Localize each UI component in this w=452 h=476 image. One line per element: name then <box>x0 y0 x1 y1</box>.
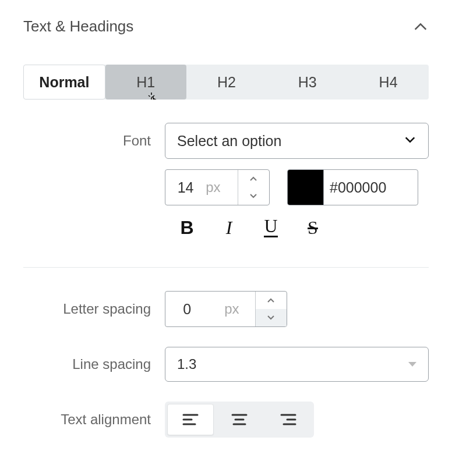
letter-spacing-decrease[interactable] <box>256 309 287 326</box>
line-spacing-row: Line spacing 1.3 <box>23 347 429 382</box>
text-headings-panel: Text & Headings Normal H1 H2 H3 H4 Font … <box>0 0 452 471</box>
font-size-decrease[interactable] <box>238 187 269 205</box>
font-size-color-row: 14 px #000000 <box>23 169 429 205</box>
text-alignment-label: Text alignment <box>23 411 165 428</box>
line-spacing-value: 1.3 <box>177 356 196 372</box>
color-hex-value[interactable]: #000000 <box>324 170 418 205</box>
align-left-button[interactable] <box>167 404 214 435</box>
letter-spacing-row: Letter spacing 0 px <box>23 291 429 327</box>
italic-button[interactable]: I <box>218 217 239 238</box>
font-select-placeholder: Select an option <box>177 133 281 150</box>
letter-spacing-value[interactable]: 0 <box>165 292 209 326</box>
line-spacing-label: Line spacing <box>23 356 165 372</box>
tab-h1[interactable]: H1 <box>105 65 186 100</box>
triangle-down-icon <box>408 362 416 367</box>
font-size-increase[interactable] <box>238 170 269 187</box>
font-size-value[interactable]: 14 <box>165 170 206 205</box>
underline-button[interactable]: U <box>260 217 281 238</box>
font-size-unit: px <box>206 170 237 205</box>
letter-spacing-unit: px <box>209 292 255 326</box>
chevron-up-icon[interactable] <box>412 19 429 35</box>
text-alignment-group <box>165 402 314 438</box>
font-label: Font <box>23 133 165 149</box>
tab-normal[interactable]: Normal <box>23 65 105 100</box>
tab-h3[interactable]: H3 <box>267 65 348 100</box>
section-header[interactable]: Text & Headings <box>23 0 429 35</box>
line-spacing-select[interactable]: 1.3 <box>165 347 429 382</box>
font-size-stepper[interactable]: 14 px <box>165 169 270 205</box>
heading-tabs: Normal H1 H2 H3 H4 <box>23 65 429 100</box>
strikethrough-button[interactable]: S <box>302 217 323 238</box>
tab-h4[interactable]: H4 <box>348 65 429 100</box>
align-right-button[interactable] <box>265 404 312 435</box>
letter-spacing-label: Letter spacing <box>23 301 165 317</box>
font-color-field[interactable]: #000000 <box>287 169 418 205</box>
color-swatch[interactable] <box>288 170 324 205</box>
align-center-button[interactable] <box>216 404 263 435</box>
divider <box>23 267 429 268</box>
section-title: Text & Headings <box>23 17 133 35</box>
letter-spacing-stepper[interactable]: 0 px <box>165 291 287 327</box>
font-select[interactable]: Select an option <box>165 123 429 159</box>
chevron-down-icon <box>404 133 416 150</box>
letter-spacing-increase[interactable] <box>256 292 287 309</box>
bold-button[interactable]: B <box>176 217 197 238</box>
tab-h2[interactable]: H2 <box>186 65 267 100</box>
text-format-row: B I U S <box>23 217 429 238</box>
text-alignment-row: Text alignment <box>23 402 429 438</box>
font-row: Font Select an option <box>23 123 429 159</box>
